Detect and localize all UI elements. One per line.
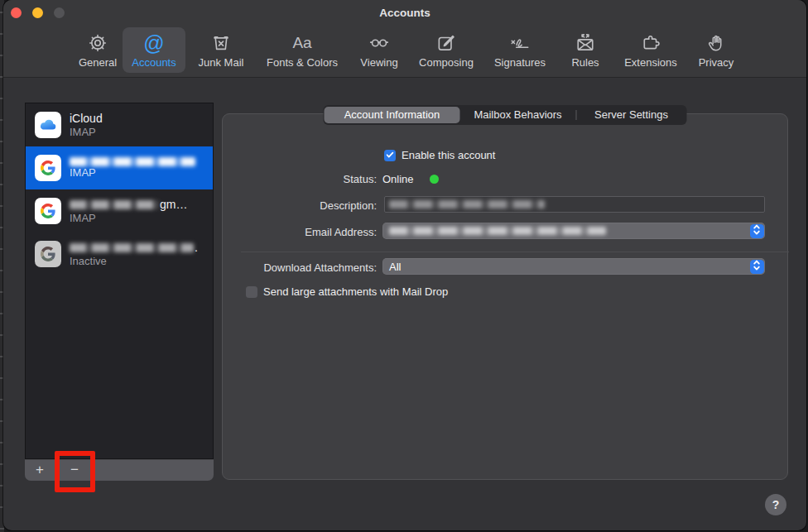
puzzle-icon — [639, 31, 662, 55]
account-text: iCloudIMAP — [70, 112, 103, 138]
account-information-panel: Account InformationMailbox BehaviorsServ… — [222, 113, 788, 480]
redacted-account-name — [70, 200, 159, 209]
gmail-icon — [35, 198, 61, 224]
maildrop-label: Send large attachments with Mail Drop — [263, 285, 448, 298]
redacted-account-name — [70, 243, 194, 252]
account-row-redacted-1[interactable]: IMAP — [26, 146, 213, 189]
select-stepper-icon — [750, 224, 764, 238]
screen: Accounts General@AccountsJunk MailAaFont… — [0, 0, 808, 532]
tab-account-information[interactable]: Account Information — [325, 107, 460, 123]
tab-mailbox-behaviors[interactable]: Mailbox Behaviors — [460, 107, 576, 123]
section-divider — [241, 252, 789, 252]
toolbar-item-label: Fonts & Colors — [267, 56, 338, 69]
toolbar-item-label: Viewing — [360, 56, 397, 69]
account-subtitle: Inactive — [70, 255, 198, 267]
account-list: iCloudIMAPIMAPgm…IMAP.Inactive — [25, 103, 214, 459]
account-row-icloud[interactable]: iCloudIMAP — [26, 103, 213, 146]
account-name — [70, 157, 195, 166]
description-label: Description: — [228, 199, 377, 212]
help-button[interactable]: ? — [765, 494, 786, 515]
window-title: Accounts — [3, 0, 806, 25]
toolbar-item-general[interactable]: General — [73, 27, 123, 73]
toolbar-item-fonts-colors[interactable]: AaFonts & Colors — [257, 27, 348, 73]
status-label: Status: — [228, 173, 377, 185]
minimize-button[interactable] — [32, 7, 43, 18]
download-attachments-select[interactable]: All — [382, 258, 765, 275]
account-subtitle: IMAP — [70, 126, 103, 138]
toolbar-item-label: Rules — [571, 56, 599, 69]
toolbar-item-label: Signatures — [494, 56, 546, 69]
redacted-email-value — [389, 227, 606, 235]
toolbar-item-privacy[interactable]: Privacy — [689, 27, 743, 73]
up-down-chevrons-icon — [753, 259, 761, 275]
zoom-button-disabled — [54, 7, 65, 18]
toolbar-item-label: Privacy — [699, 56, 734, 69]
fonts-icon: Aa — [292, 31, 311, 55]
gear-icon — [87, 31, 108, 55]
tab-server-settings[interactable]: Server Settings — [577, 107, 686, 123]
toolbar-item-junk-mail[interactable]: Junk Mail — [185, 27, 257, 73]
add-account-button[interactable]: + — [26, 460, 53, 481]
account-name: iCloud — [70, 112, 103, 126]
rules-icon — [574, 31, 597, 55]
account-text: IMAP — [70, 157, 195, 179]
gmail-icon — [35, 155, 61, 181]
glasses-icon — [368, 31, 391, 55]
account-row-redacted-2[interactable]: gm…IMAP — [26, 189, 213, 232]
redacted-description-value — [389, 200, 545, 208]
maildrop-checkbox[interactable] — [246, 286, 257, 298]
checkmark-icon — [385, 148, 395, 163]
toolbar-item-rules[interactable]: Rules — [558, 27, 613, 73]
toolbar-item-viewing[interactable]: Viewing — [348, 27, 411, 73]
account-tabs: Account InformationMailbox BehaviorsServ… — [324, 105, 687, 125]
signature-icon — [507, 31, 532, 55]
select-stepper-icon — [750, 260, 764, 274]
traffic-lights — [11, 7, 65, 18]
toolbar-item-composing[interactable]: Composing — [411, 27, 482, 73]
account-list-actions-bar: + − — [25, 459, 214, 481]
download-attachments-value: All — [389, 261, 401, 273]
icloud-icon — [35, 112, 61, 138]
description-field[interactable] — [384, 196, 765, 213]
toolbar-item-label: Accounts — [132, 56, 176, 69]
at-icon: @ — [143, 31, 164, 55]
annotation-highlight-remove-button — [55, 451, 95, 492]
account-name: gm… — [70, 198, 187, 212]
enable-account-row: Enable this account — [384, 149, 495, 161]
download-attachments-label: Download Attachments: — [228, 261, 377, 274]
mail-preferences-window: Accounts General@AccountsJunk MailAaFont… — [3, 0, 806, 530]
status-online-indicator — [430, 175, 439, 184]
close-button[interactable] — [11, 7, 22, 18]
gmail-icon — [35, 241, 61, 267]
account-row-redacted-3[interactable]: .Inactive — [26, 232, 213, 276]
compose-icon — [435, 31, 457, 55]
enable-account-checkbox[interactable] — [384, 150, 396, 161]
junk-icon — [210, 31, 232, 55]
account-text: gm…IMAP — [70, 198, 187, 224]
toolbar-item-extensions[interactable]: Extensions — [613, 27, 689, 73]
account-subtitle: IMAP — [70, 166, 195, 179]
toolbar-item-accounts[interactable]: @Accounts — [123, 27, 185, 73]
account-text: .Inactive — [70, 241, 198, 267]
account-subtitle: IMAP — [70, 212, 187, 224]
account-name: . — [70, 241, 198, 255]
toolbar-item-label: Junk Mail — [199, 56, 244, 69]
redacted-account-name — [70, 157, 195, 166]
titlebar: Accounts — [3, 0, 806, 25]
preferences-toolbar: General@AccountsJunk MailAaFonts & Color… — [3, 25, 806, 78]
up-down-chevrons-icon — [753, 223, 761, 239]
email-address-label: Email Address: — [228, 226, 377, 238]
status-value: Online — [382, 173, 414, 185]
enable-account-label: Enable this account — [402, 149, 495, 161]
toolbar-item-label: General — [79, 56, 117, 69]
toolbar-item-signatures[interactable]: Signatures — [482, 27, 558, 73]
hand-icon — [705, 31, 727, 55]
toolbar-item-label: Composing — [419, 56, 474, 69]
toolbar-item-label: Extensions — [624, 56, 677, 69]
maildrop-row: Send large attachments with Mail Drop — [246, 285, 448, 298]
email-address-select[interactable] — [382, 223, 765, 239]
